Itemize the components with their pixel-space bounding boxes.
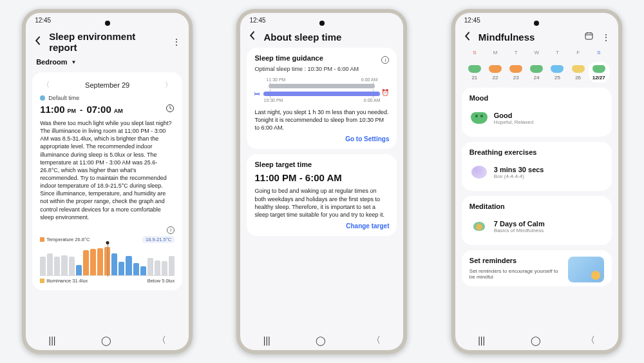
- week-day-header: SMTWTFS: [462, 48, 612, 55]
- back-system-button[interactable]: 〈: [586, 335, 595, 346]
- recents-button[interactable]: |||: [478, 335, 485, 346]
- day-cell[interactable]: 24: [526, 62, 547, 83]
- weekday-label: M: [485, 50, 506, 55]
- day-mood-icon: [572, 65, 585, 73]
- mood-value: Good: [494, 112, 533, 119]
- day-date-label: 12/27: [589, 75, 609, 81]
- week-mood-row: 21222324252612/27: [462, 61, 612, 83]
- day-cell[interactable]: 25: [547, 62, 567, 83]
- breathing-icon: [471, 164, 488, 181]
- report-body-text: Was there too much light while you slept…: [40, 119, 175, 221]
- mood-title: Mood: [469, 94, 604, 102]
- home-button[interactable]: ◯: [531, 335, 541, 346]
- back-button[interactable]: [463, 32, 472, 43]
- tick-top-right: 6:00 AM: [361, 77, 378, 82]
- mood-card[interactable]: Mood Good Hopeful, Relaxed: [462, 88, 612, 137]
- target-title: Sleep target time: [254, 161, 389, 168]
- meditation-icon: [471, 218, 488, 235]
- calendar-button[interactable]: [584, 31, 594, 43]
- reminders-body: Set reminders to encourage yourself to b…: [469, 268, 563, 280]
- chart-bar: [97, 248, 103, 275]
- sleep-timeline: 11:30 PM 6:00 AM 🛏 ⏰ 10:30 PM 6:00 AM: [254, 77, 389, 103]
- screen: 12:45 Mindfulness ⋮ SMTWTFS 212223242526…: [455, 13, 618, 350]
- meditation-card[interactable]: Meditation 7 Days of Calm Basics of Mind…: [462, 196, 612, 245]
- temperature-legend: Temperature 26.8°C: [40, 237, 90, 242]
- chart-bar: [47, 253, 53, 275]
- change-target-link[interactable]: Change target: [254, 222, 389, 230]
- end-time: 07:00: [86, 104, 111, 115]
- mood-subtext: Hopeful, Relaxed: [494, 119, 533, 125]
- more-menu-button[interactable]: ⋮: [172, 37, 181, 47]
- next-day-button[interactable]: 〉: [165, 80, 172, 90]
- recents-button[interactable]: |||: [263, 335, 270, 346]
- info-icon[interactable]: i: [381, 56, 389, 64]
- svg-rect-1: [585, 33, 592, 39]
- tick-top-left: 11:30 PM: [266, 77, 285, 82]
- day-date-label: 21: [464, 75, 485, 81]
- phone-mindfulness: 12:45 Mindfulness ⋮ SMTWTFS 212223242526…: [451, 9, 622, 354]
- system-navbar: ||| ◯ 〈: [455, 331, 618, 350]
- day-cell[interactable]: 26: [568, 62, 589, 83]
- chart-bar: [90, 249, 96, 275]
- chart-bar: [126, 256, 131, 275]
- day-cell[interactable]: 22: [485, 62, 506, 83]
- chart-bars: [40, 245, 175, 276]
- day-cell[interactable]: 12/27: [589, 62, 609, 83]
- meditation-subtext: Basics of Mindfulness: [494, 228, 545, 233]
- bed-icon: 🛏: [254, 90, 260, 97]
- breathing-title: Breathing exercises: [469, 148, 604, 156]
- end-ampm: AM: [114, 108, 123, 114]
- day-cell[interactable]: 21: [464, 62, 485, 83]
- page-title: Sleep environment report: [49, 31, 166, 53]
- sleep-time-range: 11:00 PM - 07:00 AM: [40, 104, 175, 115]
- prev-day-button[interactable]: 〈: [43, 80, 50, 90]
- chart-bar: [111, 253, 117, 275]
- day-mood-icon: [489, 65, 502, 73]
- chevron-left-icon: [248, 31, 257, 40]
- date-label: September 29: [85, 81, 129, 89]
- screen: 12:45 Sleep environment report ⋮ Bedroom…: [26, 13, 189, 350]
- recents-button[interactable]: |||: [49, 335, 56, 346]
- report-card: 〈 September 29 〉 Default time 11:00 PM -…: [32, 72, 182, 290]
- home-button[interactable]: ◯: [316, 335, 326, 346]
- home-button[interactable]: ◯: [101, 335, 111, 346]
- chart-bar: [40, 257, 46, 275]
- chart-bar: [155, 260, 160, 275]
- calendar-icon: [584, 31, 594, 41]
- weekday-label: S: [464, 50, 485, 55]
- weekday-label: T: [547, 50, 567, 55]
- back-system-button[interactable]: 〈: [157, 335, 166, 346]
- room-dropdown[interactable]: Bedroom ▼: [32, 58, 182, 67]
- guidance-title: Sleep time guidance: [254, 54, 323, 62]
- day-mood-icon: [592, 65, 605, 73]
- back-button[interactable]: [248, 31, 257, 43]
- target-body-text: Going to bed and waking up at regular ti…: [254, 187, 389, 219]
- more-menu-button[interactable]: ⋮: [601, 32, 611, 43]
- breathing-card[interactable]: Breathing exercises 3 mins 30 secs Box (…: [462, 142, 612, 191]
- reminders-card[interactable]: Set reminders Set reminders to encourage…: [462, 250, 612, 286]
- day-cell[interactable]: 23: [506, 62, 526, 83]
- environment-chart: i Temperature 26.8°C 18.9-21.5°C Illumin…: [40, 226, 175, 284]
- day-date-label: 26: [568, 75, 589, 81]
- page-title: Mindfulness: [478, 32, 578, 43]
- breathing-value: 3 mins 30 secs: [494, 166, 544, 173]
- mood-icon: [471, 110, 488, 126]
- room-label: Bedroom: [36, 58, 67, 66]
- clock-icon[interactable]: [166, 104, 175, 115]
- status-time: 12:45: [35, 17, 51, 24]
- header: About sleep time: [240, 27, 403, 48]
- status-bar: 12:45: [26, 13, 189, 27]
- default-time-label: Default time: [48, 95, 79, 101]
- header: Sleep environment report ⋮: [26, 27, 189, 58]
- chart-bar: [76, 265, 82, 275]
- back-button[interactable]: [33, 36, 43, 48]
- system-navbar: ||| ◯ 〈: [26, 331, 189, 350]
- chart-bar: [69, 257, 75, 275]
- phone-about-sleep-time: 12:45 About sleep time Sleep time guidan…: [236, 9, 407, 354]
- breathing-subtext: Box (4-4-4-4): [494, 173, 544, 179]
- back-system-button[interactable]: 〈: [372, 335, 381, 346]
- default-time-chip: Default time: [40, 95, 175, 101]
- goto-settings-link[interactable]: Go to Settings: [254, 135, 389, 142]
- info-icon[interactable]: i: [167, 226, 175, 234]
- alarm-icon: ⏰: [381, 89, 389, 96]
